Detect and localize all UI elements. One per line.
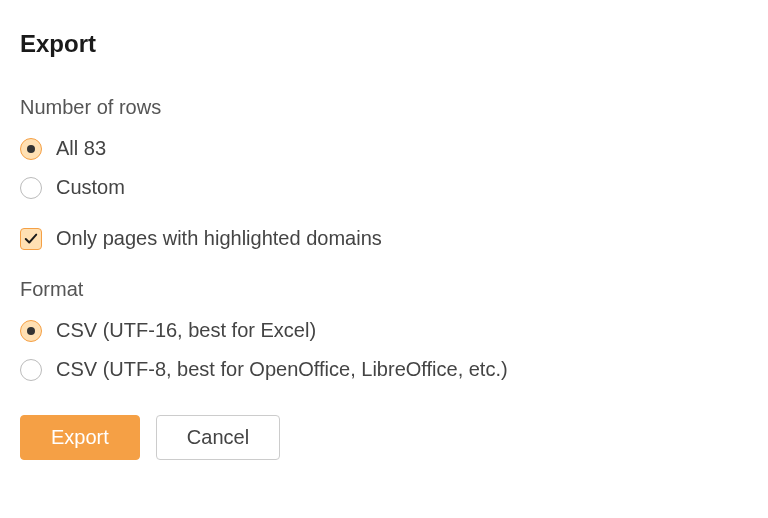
format-option-utf16-label: CSV (UTF-16, best for Excel) — [56, 319, 316, 342]
rows-option-custom-label: Custom — [56, 176, 125, 199]
checkmark-icon — [24, 232, 38, 246]
highlighted-domains-label: Only pages with highlighted domains — [56, 227, 382, 250]
format-option-utf8-label: CSV (UTF-8, best for OpenOffice, LibreOf… — [56, 358, 508, 381]
export-button[interactable]: Export — [20, 415, 140, 460]
button-row: Export Cancel — [20, 415, 748, 460]
format-option-utf8[interactable]: CSV (UTF-8, best for OpenOffice, LibreOf… — [20, 358, 748, 381]
radio-all[interactable] — [20, 138, 42, 160]
radio-custom[interactable] — [20, 177, 42, 199]
rows-option-custom[interactable]: Custom — [20, 176, 748, 199]
cancel-button[interactable]: Cancel — [156, 415, 280, 460]
checkbox-highlighted[interactable] — [20, 228, 42, 250]
rows-option-all[interactable]: All 83 — [20, 137, 748, 160]
radio-utf8[interactable] — [20, 359, 42, 381]
export-title: Export — [20, 30, 748, 58]
rows-option-group: All 83 Custom — [20, 137, 748, 199]
highlighted-domains-option[interactable]: Only pages with highlighted domains — [20, 227, 748, 250]
rows-section-label: Number of rows — [20, 96, 748, 119]
format-option-group: CSV (UTF-16, best for Excel) CSV (UTF-8,… — [20, 319, 748, 381]
format-option-utf16[interactable]: CSV (UTF-16, best for Excel) — [20, 319, 748, 342]
radio-utf16[interactable] — [20, 320, 42, 342]
format-section-label: Format — [20, 278, 748, 301]
rows-option-all-label: All 83 — [56, 137, 106, 160]
